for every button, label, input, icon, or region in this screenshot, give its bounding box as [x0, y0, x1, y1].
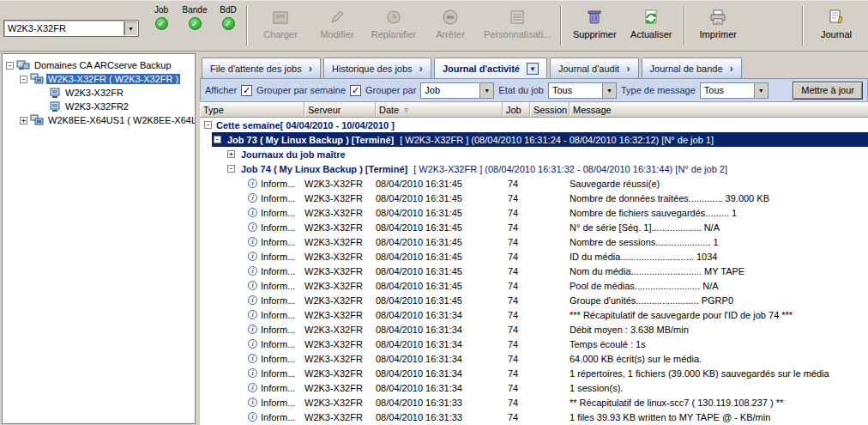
message-type-select[interactable]: Tous: [700, 82, 769, 99]
log-job-cell: 74: [503, 337, 530, 351]
status-bande-label: Bande: [183, 5, 208, 15]
log-row[interactable]: Inform...W2K3-X32FR08/04/2010 16:31:3474…: [200, 366, 868, 380]
column-header-message[interactable]: Message: [570, 102, 868, 117]
log-row[interactable]: Inform...W2K3-X32FR08/04/2010 16:31:4574…: [200, 293, 868, 307]
collapse-icon[interactable]: [6, 62, 14, 70]
week-group-row[interactable]: Cette semaine[ 04/04/2010 - 10/04/2010 ]: [200, 118, 868, 132]
log-date-cell: 08/04/2010 16:31:45: [376, 234, 503, 249]
log-session-cell: [530, 337, 570, 351]
load-button[interactable]: Charger: [252, 3, 309, 49]
log-row[interactable]: Inform...W2K3-X32FR08/04/2010 16:31:3474…: [200, 322, 868, 337]
column-header-type[interactable]: Type: [200, 102, 304, 117]
log-date-cell: 08/04/2010 16:31:45: [376, 249, 503, 264]
job-74-row[interactable]: Job 74 ( My Linux Backup ) [Terminé] [ W…: [200, 161, 868, 176]
log-row[interactable]: Inform...W2K3-X32FR08/04/2010 16:31:4574…: [200, 220, 868, 234]
log-type-cell: Inform...: [200, 322, 304, 337]
log-row[interactable]: Inform...W2K3-X32FR08/04/2010 16:31:3374…: [200, 410, 868, 424]
chevron-down-icon[interactable]: [602, 83, 616, 98]
job-state-select[interactable]: Tous: [548, 82, 617, 99]
chevron-down-icon[interactable]: [124, 21, 138, 36]
log-row[interactable]: Inform...W2K3-X32FR08/04/2010 16:31:4574…: [200, 205, 868, 220]
trash-icon: [584, 5, 605, 28]
tab-job-history[interactable]: Historique des jobs: [323, 58, 431, 78]
tab-label: Journal d'activité: [443, 64, 520, 74]
log-date-cell: 08/04/2010 16:31:34: [376, 380, 503, 395]
group-by-select[interactable]: Job: [420, 82, 494, 99]
collapse-icon[interactable]: [227, 165, 235, 173]
collapse-icon[interactable]: [204, 121, 212, 129]
tab-label: Journal de bande: [650, 64, 723, 74]
column-header-date[interactable]: Date: [376, 102, 503, 117]
tree-node-domains-root[interactable]: Domaines CA ARCserve Backup: [3, 58, 195, 72]
customize-button[interactable]: Personnalisati...: [479, 3, 556, 49]
log-row[interactable]: Inform...W2K3-X32FR08/04/2010 16:31:4574…: [200, 191, 868, 205]
chevron-down-icon[interactable]: [754, 83, 768, 98]
job-73-row[interactable]: Job 73 ( My Linux Backup ) [Terminé] [ W…: [200, 132, 868, 147]
chevron-down-icon[interactable]: [479, 83, 493, 98]
log-row[interactable]: Inform...W2K3-X32FR08/04/2010 16:31:4574…: [200, 176, 868, 191]
check-circle-icon: [155, 17, 168, 30]
toolbar-separator: [802, 6, 804, 46]
log-row[interactable]: Inform...W2K3-X32FR08/04/2010 16:31:4574…: [200, 249, 868, 264]
grid-header: Type Serveur Date Job Session Message: [200, 102, 868, 118]
tab-tape-log[interactable]: Journal de bande: [642, 58, 742, 78]
domain-icon: [16, 59, 30, 71]
column-header-job[interactable]: Job: [503, 102, 530, 117]
tab-job-queue[interactable]: File d'attente des jobs: [202, 58, 321, 78]
log-row[interactable]: Inform...W2K3-X32FR08/04/2010 16:31:3474…: [200, 351, 868, 366]
chevron-down-icon[interactable]: [527, 63, 539, 75]
refresh-button[interactable]: Actualiser: [623, 3, 679, 49]
update-button[interactable]: Mettre à jour: [793, 82, 863, 100]
delete-button[interactable]: Supprimer: [566, 3, 623, 49]
log-date-cell: 08/04/2010 16:31:45: [376, 220, 503, 234]
log-row[interactable]: Inform...W2K3-X32FR08/04/2010 16:31:4574…: [200, 234, 868, 249]
log-server-cell: W2K3-X32FR: [304, 264, 376, 278]
print-button[interactable]: Imprimer: [690, 3, 746, 49]
log-type-cell: Inform...: [200, 264, 304, 278]
expand-icon[interactable]: [227, 150, 235, 158]
collapse-icon[interactable]: [214, 136, 221, 143]
tab-label: Historique des jobs: [332, 64, 413, 74]
master-job-logs-row[interactable]: Journaux du job maître: [200, 147, 868, 161]
log-message-cell: N° de série [Séq. 1]................... …: [570, 220, 868, 234]
expand-icon[interactable]: [20, 117, 27, 124]
tab-audit-log[interactable]: Journal d'audit: [550, 58, 639, 78]
log-server-cell: W2K3-X32FR: [304, 380, 376, 395]
job-title: Job 73 ( My Linux Backup ) [Terminé]: [227, 135, 394, 145]
column-header-server[interactable]: Serveur: [304, 102, 376, 117]
log-row[interactable]: Inform...W2K3-X32FR08/04/2010 16:31:3474…: [200, 380, 868, 395]
log-session-cell: [530, 176, 570, 191]
toolbar-separator: [684, 6, 685, 46]
log-server-cell: W2K3-X32FR: [304, 176, 376, 191]
log-type-cell: Inform...: [200, 293, 304, 307]
tree-node-label: W2K3-X32FR: [63, 88, 125, 98]
tree-node-primary-server[interactable]: W2K3-X32FR ( W2K3-X32FR ): [3, 72, 195, 86]
log-job-cell: 74: [503, 293, 530, 307]
group-by-checkbox[interactable]: [350, 85, 361, 96]
log-type-cell: Inform...: [200, 176, 304, 191]
info-icon: [248, 193, 257, 203]
group-by-week-checkbox[interactable]: [241, 85, 252, 96]
log-session-cell: [530, 220, 570, 234]
log-row[interactable]: Inform...W2K3-X32FR08/04/2010 16:31:3474…: [200, 307, 868, 322]
server-selector[interactable]: W2K3-X32FR: [3, 20, 139, 37]
modify-button[interactable]: Modifier: [309, 3, 365, 49]
stop-button[interactable]: Arrêter: [422, 3, 479, 49]
log-job-cell: 74: [503, 410, 530, 424]
refresh-button-label: Actualiser: [630, 29, 672, 39]
tree-node-member-server[interactable]: W2K3-X32FR: [3, 86, 195, 100]
log-message-cell: Groupe d'unités........................ …: [570, 293, 868, 307]
collapse-icon[interactable]: [20, 76, 27, 83]
log-row[interactable]: Inform...W2K3-X32FR08/04/2010 16:31:3474…: [200, 337, 868, 351]
tree-node-member-server[interactable]: W2K3-X32FR2: [3, 100, 195, 113]
info-icon: [248, 222, 257, 232]
log-row[interactable]: Inform...W2K3-X32FR08/04/2010 16:31:4574…: [200, 264, 868, 278]
journal-button[interactable]: Journal: [808, 3, 865, 49]
log-row[interactable]: Inform...W2K3-X32FR08/04/2010 16:31:4574…: [200, 278, 868, 293]
reschedule-button[interactable]: Replanifier: [365, 3, 422, 49]
log-row[interactable]: Inform...W2K3-X32FR08/04/2010 16:31:3374…: [200, 395, 868, 410]
tab-activity-log[interactable]: Journal d'activité: [434, 58, 547, 78]
log-job-cell: 74: [503, 395, 530, 410]
column-header-session[interactable]: Session: [530, 102, 570, 117]
tree-node-secondary-server[interactable]: W2K8EE-X64US1 ( W2K8EE-X64L: [3, 113, 195, 127]
